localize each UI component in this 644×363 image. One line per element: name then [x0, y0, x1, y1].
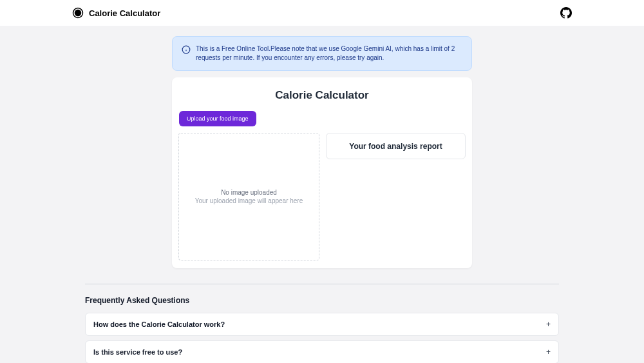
- faq-question: How does the Calorie Calculator work?: [93, 320, 225, 328]
- logo-icon: [72, 7, 84, 19]
- info-icon: [182, 45, 191, 54]
- calculator-title: Calorie Calculator: [178, 89, 466, 102]
- upload-area[interactable]: No image uploaded Your uploaded image wi…: [178, 133, 319, 260]
- upload-placeholder-sub: Your uploaded image will appear here: [195, 197, 303, 204]
- info-text: This is a Free Online Tool.Please note t…: [196, 44, 462, 63]
- report-panel: Your food analysis report: [326, 133, 466, 159]
- plus-icon: +: [546, 348, 551, 357]
- app-title: Calorie Calculator: [89, 8, 160, 18]
- plus-icon: +: [546, 320, 551, 329]
- faq-title: Frequently Asked Questions: [85, 296, 559, 305]
- content-row: No image uploaded Your uploaded image wi…: [178, 133, 466, 260]
- github-icon[interactable]: [560, 7, 572, 19]
- upload-button[interactable]: Upload your food image: [179, 111, 256, 126]
- calculator-card: Calorie Calculator Upload your food imag…: [172, 77, 472, 268]
- header: Calorie Calculator: [0, 0, 644, 26]
- header-left: Calorie Calculator: [72, 7, 160, 19]
- report-title: Your food analysis report: [349, 142, 442, 151]
- info-banner: This is a Free Online Tool.Please note t…: [172, 36, 472, 71]
- svg-point-1: [75, 10, 81, 16]
- main-container: This is a Free Online Tool.Please note t…: [0, 26, 644, 363]
- faq-item[interactable]: How does the Calorie Calculator work? +: [85, 313, 559, 336]
- faq-item[interactable]: Is this service free to use? +: [85, 340, 559, 363]
- faq-section: Frequently Asked Questions How does the …: [85, 284, 559, 363]
- faq-question: Is this service free to use?: [93, 348, 182, 356]
- upload-placeholder-title: No image uploaded: [221, 189, 277, 196]
